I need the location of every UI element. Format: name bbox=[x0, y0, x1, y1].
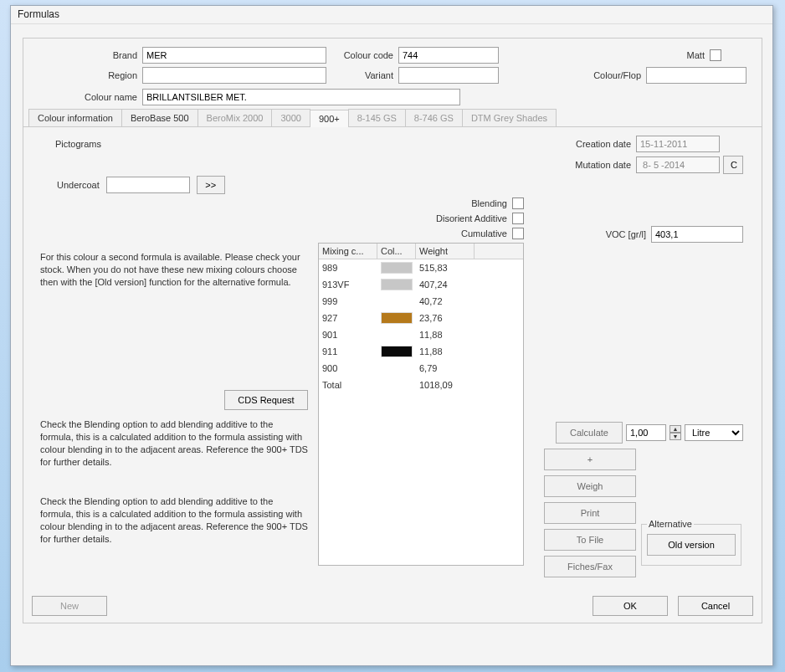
cell-weight: 11,88 bbox=[416, 328, 475, 341]
mutation-date-label: Mutation date bbox=[561, 160, 636, 170]
amount-input[interactable] bbox=[626, 424, 666, 441]
table-row[interactable]: 989515,83 bbox=[319, 259, 523, 276]
colourname-label: Colour name bbox=[30, 92, 142, 102]
table-row[interactable]: 99940,72 bbox=[319, 293, 523, 310]
grid-header-colour[interactable]: Col... bbox=[377, 244, 416, 259]
table-row[interactable]: 913VF407,24 bbox=[319, 276, 523, 293]
formulas-window: Formulas Brand Colour code Matt Region V… bbox=[10, 5, 773, 666]
table-row[interactable]: 92723,76 bbox=[319, 310, 523, 326]
colourname-input[interactable] bbox=[142, 89, 460, 105]
disorient-additive-label: Disorient Additive bbox=[436, 213, 507, 223]
cell-code: 913VF bbox=[319, 278, 377, 291]
window-title: Formulas bbox=[11, 6, 772, 24]
weigh-button[interactable]: Weigh bbox=[544, 475, 636, 497]
undercoat-picker-button[interactable]: >> bbox=[197, 176, 225, 194]
variant-label: Variant bbox=[326, 70, 398, 80]
voc-input[interactable] bbox=[651, 226, 743, 243]
new-button[interactable]: New bbox=[32, 596, 107, 616]
info-text-3: Check the Blending option to add blendin… bbox=[40, 495, 308, 546]
cell-weight: 407,24 bbox=[416, 278, 475, 291]
cell-code: 900 bbox=[319, 362, 377, 375]
cell-colour bbox=[377, 277, 416, 292]
region-label: Region bbox=[30, 70, 142, 80]
spin-down-icon[interactable]: ▼ bbox=[670, 433, 681, 440]
cancel-button[interactable]: Cancel bbox=[678, 596, 753, 616]
cell-weight: 11,88 bbox=[416, 345, 475, 358]
cumulative-label: Cumulative bbox=[461, 228, 507, 239]
cell-colour bbox=[377, 310, 416, 326]
info-text-2: Check the Blending option to add blendin… bbox=[40, 418, 308, 469]
table-row[interactable]: 9006,79 bbox=[319, 360, 523, 377]
variant-input[interactable] bbox=[398, 67, 499, 84]
content-frame: Brand Colour code Matt Region Variant Co… bbox=[23, 38, 762, 623]
tab-colour-information[interactable]: Colour information bbox=[28, 109, 122, 126]
cell-code: 989 bbox=[319, 261, 377, 274]
creation-date-value bbox=[636, 136, 720, 152]
fiches-fax-button[interactable]: Fiches/Fax bbox=[544, 556, 636, 577]
info-text-1: For this colour a second formula is avai… bbox=[40, 251, 308, 289]
unit-select[interactable]: Litre bbox=[685, 424, 743, 441]
colourcode-input[interactable] bbox=[398, 47, 499, 64]
cell-code: 927 bbox=[319, 311, 377, 325]
undercoat-input[interactable] bbox=[106, 177, 190, 193]
cumulative-checkbox[interactable] bbox=[512, 228, 524, 239]
grid-header-weight[interactable]: Weight bbox=[416, 244, 475, 259]
spin-up-icon[interactable]: ▲ bbox=[670, 425, 681, 433]
colour-swatch bbox=[381, 346, 413, 357]
tab-8-145-gs: 8-145 GS bbox=[348, 109, 406, 126]
mutation-date-value bbox=[636, 156, 720, 173]
cell-weight: 6,79 bbox=[416, 362, 475, 375]
alternative-legend: Alternative bbox=[647, 519, 694, 529]
header-form: Brand Colour code Matt Region Variant Co… bbox=[23, 38, 762, 105]
brand-label: Brand bbox=[30, 50, 142, 60]
plus-button[interactable]: + bbox=[544, 449, 636, 470]
cell-code: 901 bbox=[319, 328, 377, 341]
tab-dtm-grey-shades: DTM Grey Shades bbox=[462, 109, 557, 126]
table-row[interactable]: 90111,88 bbox=[319, 326, 523, 343]
colourflop-input[interactable] bbox=[646, 67, 747, 84]
mutation-c-button[interactable]: C bbox=[723, 156, 743, 174]
bottom-bar: New OK Cancel bbox=[32, 596, 753, 616]
grid-header-row: Mixing c... Col... Weight bbox=[319, 244, 523, 259]
grid-header-spare bbox=[475, 244, 523, 259]
calculate-button[interactable]: Calculate bbox=[556, 422, 623, 444]
tab-body: Pictograms Undercoat >> Creation date Mu… bbox=[23, 127, 762, 579]
alternative-fieldset: Alternative Old version bbox=[641, 519, 741, 566]
amount-spinner[interactable]: ▲ ▼ bbox=[670, 425, 681, 440]
tab-900-[interactable]: 900+ bbox=[310, 110, 349, 127]
ok-button[interactable]: OK bbox=[593, 596, 668, 616]
print-button[interactable]: Print bbox=[544, 502, 636, 524]
cell-colour bbox=[377, 367, 416, 370]
voc-label: VOC [gr/l] bbox=[606, 229, 646, 239]
blending-checkbox[interactable] bbox=[512, 197, 524, 209]
region-input[interactable] bbox=[142, 67, 326, 84]
cell-colour bbox=[377, 300, 416, 303]
matt-label: Matt bbox=[668, 50, 710, 60]
tabs-bar: Colour informationBeroBase 500BeroMix 20… bbox=[23, 109, 762, 127]
grid-total-value: 1018,09 bbox=[416, 378, 475, 392]
creation-date-label: Creation date bbox=[561, 139, 636, 149]
colour-swatch bbox=[381, 279, 413, 290]
colourcode-label: Colour code bbox=[326, 50, 398, 60]
cds-request-button[interactable]: CDS Request bbox=[224, 390, 308, 410]
table-row[interactable]: 91111,88 bbox=[319, 343, 523, 360]
old-version-button[interactable]: Old version bbox=[647, 534, 736, 556]
colour-swatch bbox=[381, 312, 413, 324]
cell-colour bbox=[377, 260, 416, 275]
tab-berobase-500[interactable]: BeroBase 500 bbox=[121, 109, 198, 126]
disorient-additive-checkbox[interactable] bbox=[512, 213, 524, 224]
brand-input[interactable] bbox=[142, 47, 326, 64]
tab-beromix-2000: BeroMix 2000 bbox=[198, 109, 273, 126]
blending-label: Blending bbox=[471, 198, 507, 208]
colour-swatch bbox=[381, 262, 413, 274]
pictograms-label: Pictograms bbox=[55, 139, 101, 149]
cell-weight: 23,76 bbox=[416, 311, 475, 325]
grid-total-label: Total bbox=[319, 378, 377, 392]
to-file-button[interactable]: To File bbox=[544, 529, 636, 551]
formula-grid[interactable]: Mixing c... Col... Weight 989515,83913VF… bbox=[318, 243, 524, 566]
grid-header-code[interactable]: Mixing c... bbox=[319, 244, 377, 259]
tab-3000: 3000 bbox=[271, 109, 310, 126]
colourflop-label: Colour/Flop bbox=[579, 70, 646, 80]
matt-checkbox[interactable] bbox=[710, 49, 721, 61]
cell-weight: 515,83 bbox=[416, 261, 475, 274]
